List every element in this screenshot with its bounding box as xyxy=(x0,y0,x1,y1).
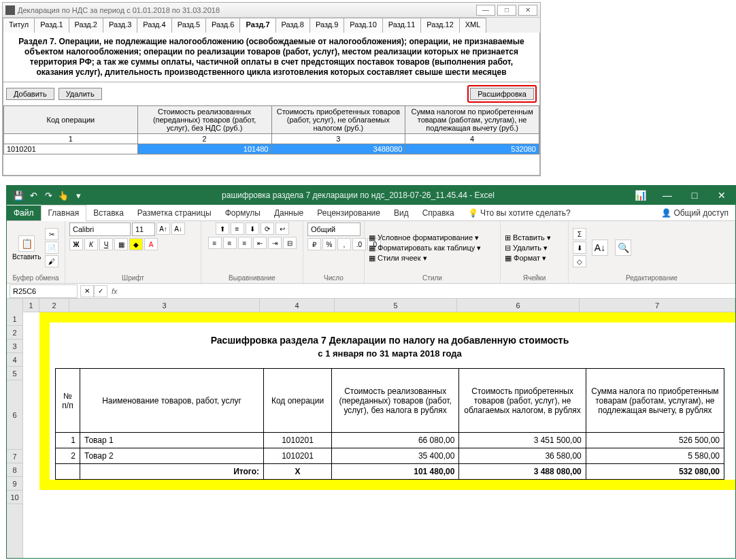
tab-razd10[interactable]: Разд.10 xyxy=(344,18,382,33)
tab-xml[interactable]: XML xyxy=(459,18,487,33)
align-left-icon[interactable]: ≡ xyxy=(208,237,222,249)
minimize-button[interactable]: — xyxy=(654,190,681,201)
tab-razd1[interactable]: Разд.1 xyxy=(34,18,69,33)
col-header[interactable]: 7 xyxy=(580,299,735,312)
maximize-button[interactable]: □ xyxy=(497,5,516,16)
format-painter-icon[interactable]: 🖌 xyxy=(45,255,58,267)
redo-icon[interactable]: ↷ xyxy=(42,189,54,201)
maximize-button[interactable]: □ xyxy=(681,190,708,201)
align-right-icon[interactable]: ≡ xyxy=(238,237,252,249)
tab-razd9[interactable]: Разд.9 xyxy=(310,18,344,33)
touch-mode-icon[interactable]: 👆 xyxy=(57,189,69,201)
cell-val[interactable]: 3488080 xyxy=(271,144,405,154)
italic-icon[interactable]: К xyxy=(84,238,98,250)
find-select-button[interactable]: 🔍 xyxy=(614,238,633,257)
tab-razd7[interactable]: Разд.7 xyxy=(239,18,275,33)
qat-dropdown-icon[interactable]: ▾ xyxy=(72,189,84,201)
col-header[interactable]: 3 xyxy=(69,299,260,312)
tab-help[interactable]: Справка xyxy=(416,205,461,220)
font-size-input[interactable] xyxy=(132,223,155,236)
row-header[interactable]: 5 xyxy=(7,367,22,380)
tab-file[interactable]: Файл xyxy=(7,205,41,220)
name-box[interactable] xyxy=(10,284,78,298)
fill-color-icon[interactable]: ◆ xyxy=(129,238,143,250)
add-button[interactable]: Добавить xyxy=(6,88,54,100)
merge-icon[interactable]: ⊟ xyxy=(283,237,297,249)
insert-cells-button[interactable]: ⊞ Вставить ▾ xyxy=(505,233,551,242)
align-bottom-icon[interactable]: ⬇ xyxy=(246,223,259,235)
col-header[interactable]: 4 xyxy=(260,299,335,312)
delete-button[interactable]: Удалить xyxy=(58,88,102,100)
indent-inc-icon[interactable]: ⇥ xyxy=(268,237,282,249)
bold-icon[interactable]: Ж xyxy=(69,238,83,250)
tab-data[interactable]: Данные xyxy=(267,205,310,220)
tab-razd2[interactable]: Разд.2 xyxy=(69,18,103,33)
row-header[interactable]: 4 xyxy=(7,353,22,367)
table-row[interactable]: 2 Товар 2 1010201 35 400,00 36 580,00 5 … xyxy=(56,448,724,464)
orientation-icon[interactable]: ⟳ xyxy=(261,223,274,235)
align-top-icon[interactable]: ⬆ xyxy=(216,223,229,235)
col-header[interactable]: 5 xyxy=(335,299,457,312)
table-row[interactable]: 1010201 101480 3488080 532080 xyxy=(4,144,539,154)
autosum-icon[interactable]: Σ xyxy=(573,228,586,240)
col-header[interactable]: 6 xyxy=(457,299,580,312)
doc-table[interactable]: № п/п Наименование товаров, работ, услуг… xyxy=(55,368,724,480)
font-name-input[interactable] xyxy=(69,223,131,236)
undo-icon[interactable]: ↶ xyxy=(27,189,39,201)
tab-razd11[interactable]: Разд.11 xyxy=(382,18,421,33)
tab-home[interactable]: Главная xyxy=(41,205,87,221)
currency-icon[interactable]: ₽ xyxy=(307,238,321,250)
increase-font-icon[interactable]: A↑ xyxy=(156,223,170,235)
formula-input[interactable] xyxy=(122,284,735,298)
number-format-input[interactable] xyxy=(307,223,361,236)
paste-button[interactable]: 📋 Вставить xyxy=(11,234,42,262)
tab-razd5[interactable]: Разд.5 xyxy=(171,18,206,33)
tab-review[interactable]: Рецензирование xyxy=(310,205,387,220)
tab-insert[interactable]: Вставка xyxy=(86,205,131,220)
cancel-icon[interactable]: ✕ xyxy=(80,285,94,297)
align-center-icon[interactable]: ≡ xyxy=(223,237,237,249)
copy-icon[interactable]: 📄 xyxy=(45,242,58,254)
border-icon[interactable]: ▦ xyxy=(114,238,128,250)
col-header[interactable]: 2 xyxy=(39,299,69,312)
wrap-text-icon[interactable]: ↩ xyxy=(275,223,289,235)
total-row[interactable]: Итого: Х 101 480,00 3 488 080,00 532 080… xyxy=(56,464,724,480)
operations-grid[interactable]: Код операции Стоимость реализованных (пе… xyxy=(3,105,539,154)
underline-icon[interactable]: Ч xyxy=(99,238,113,250)
cell-val[interactable]: 101480 xyxy=(137,144,271,154)
row-header[interactable]: 10 xyxy=(7,491,22,504)
close-button[interactable]: ✕ xyxy=(518,5,537,16)
dec-inc-icon[interactable]: .0 xyxy=(352,238,366,250)
tab-formulas[interactable]: Формулы xyxy=(218,205,267,220)
conditional-formatting-button[interactable]: ▦ Условное форматирование ▾ xyxy=(369,233,481,242)
decode-button[interactable]: Расшифровка xyxy=(470,88,534,100)
close-button[interactable]: ✕ xyxy=(708,190,735,201)
format-as-table-button[interactable]: ▦ Форматировать как таблицу ▾ xyxy=(369,244,481,252)
tab-view[interactable]: Вид xyxy=(387,205,416,220)
tab-pagelayout[interactable]: Разметка страницы xyxy=(131,205,218,220)
fx-icon[interactable]: fx xyxy=(107,287,122,295)
format-cells-button[interactable]: ▦ Формат ▾ xyxy=(505,254,551,263)
comma-icon[interactable]: , xyxy=(337,238,351,250)
enter-icon[interactable]: ✓ xyxy=(94,285,107,297)
row-header[interactable]: 6 xyxy=(7,380,22,450)
sort-filter-button[interactable]: A↓ xyxy=(590,238,609,257)
decrease-font-icon[interactable]: A↓ xyxy=(171,223,185,235)
cut-icon[interactable]: ✂ xyxy=(45,228,58,240)
minimize-button[interactable]: — xyxy=(476,5,495,16)
percent-icon[interactable]: % xyxy=(322,238,336,250)
tab-razd8[interactable]: Разд.8 xyxy=(275,18,310,33)
cell-val[interactable]: 532080 xyxy=(405,144,539,154)
fill-icon[interactable]: ⬇ xyxy=(573,242,586,254)
tab-razd4[interactable]: Разд.4 xyxy=(137,18,171,33)
delete-cells-button[interactable]: ⊟ Удалить ▾ xyxy=(505,244,551,252)
tell-me[interactable]: 💡 Что вы хотите сделать? xyxy=(461,205,578,220)
cell-code[interactable]: 1010201 xyxy=(4,144,138,154)
tab-titul[interactable]: Титул xyxy=(3,18,35,33)
row-header[interactable]: 7 xyxy=(7,450,22,463)
align-middle-icon[interactable]: ≡ xyxy=(231,223,244,235)
ribbon-options-icon[interactable]: 📊 xyxy=(626,190,654,201)
row-header[interactable]: 3 xyxy=(7,340,22,353)
worksheet[interactable]: 1 2 3 4 5 6 7 8 9 10 1 2 3 4 5 6 7 Расш xyxy=(7,299,735,558)
tab-razd6[interactable]: Разд.6 xyxy=(205,18,240,33)
